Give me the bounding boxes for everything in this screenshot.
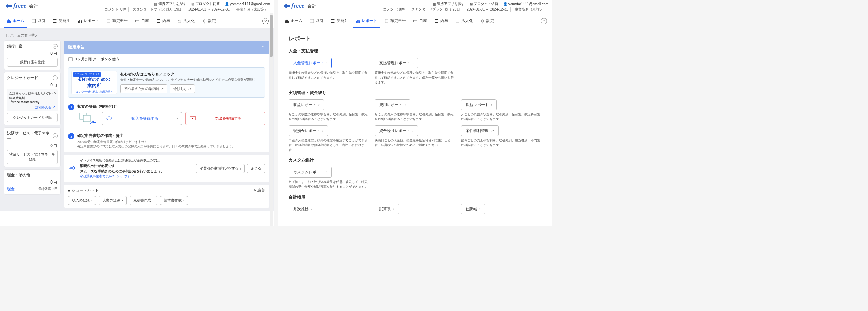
hand-icon	[68, 164, 77, 173]
nav-kakutei[interactable]: 確定申告	[381, 16, 409, 28]
project-profit-button[interactable]: 案件粗利管理↗	[461, 125, 499, 136]
svg-rect-5	[136, 20, 139, 22]
svg-point-9	[203, 20, 205, 22]
nav-torihiki[interactable]: 取引	[28, 16, 48, 28]
guide-image: ここから はじめよう！ 初心者のための 案内所 はじめの一歩に役立つ情報満載！	[71, 71, 117, 94]
product-switch[interactable]: ⊞ プロダクト切替	[191, 1, 220, 6]
calendar-icon	[77, 111, 98, 126]
bank-title: 銀行口座	[7, 44, 22, 49]
svg-rect-22	[456, 20, 459, 23]
revenue-report-button[interactable]: 収益レポート›	[289, 99, 324, 110]
brand-logo[interactable]: freee会計	[283, 2, 316, 9]
user-menu[interactable]: 👤 yamatar1111@gmail.com	[225, 1, 270, 6]
cc-widget: クレジットカード+ 0円 ✕ 会計をもっと効率化したい方へ 年会費無料 『fre…	[4, 72, 60, 125]
cash-widget: 現金・その他 0円 現金 登録残高 0 円	[4, 170, 60, 194]
brand-logo[interactable]: freee会計	[5, 2, 38, 9]
register-expense-button[interactable]: 支出を登録する›	[185, 112, 265, 125]
section-performance: 実績管理・資金繰り	[289, 90, 541, 96]
shortcut-edit-button[interactable]: ✎ 編集	[253, 188, 265, 193]
svg-rect-6	[178, 20, 181, 23]
sc-expense[interactable]: 支出の登録 ›	[99, 196, 126, 205]
cost-report-button[interactable]: 費用レポート›	[375, 99, 410, 110]
register-income-button[interactable]: 収入を登録する›	[102, 112, 182, 125]
nav-koza[interactable]: 口座	[410, 16, 430, 28]
help-icon[interactable]: ?	[541, 18, 547, 24]
cash-title: 現金・その他	[7, 172, 30, 178]
outgoing-report-button[interactable]: 支払管理レポート›	[375, 58, 418, 68]
add-bank-icon[interactable]: +	[53, 44, 58, 49]
product-switch[interactable]: ⊞ プロダクト切替	[470, 1, 498, 6]
custom-report-button[interactable]: カスタムレポート›	[289, 167, 332, 178]
invoice-panel: インボイス制度に登録または課税売上が条件以上の方は、 消費税申告が必要です。 ス…	[64, 155, 269, 182]
close-promo-icon[interactable]: ✕	[53, 91, 56, 95]
cash-report-button[interactable]: 現預金レポート›	[289, 125, 328, 136]
monthly-trend-button[interactable]: 月次推移›	[289, 204, 316, 214]
register-bank-button[interactable]: 銀行口座を登録	[7, 58, 58, 67]
nav-kyuyo[interactable]: 給与	[153, 16, 173, 28]
tax-presetting-button[interactable]: 消費税の事前設定をする ›	[196, 164, 245, 173]
invoice-close-button[interactable]: 閉じる	[247, 164, 265, 173]
section-ledger: 会計帳簿	[289, 194, 541, 200]
sc-invoice[interactable]: 請求書作成 ›	[160, 196, 188, 205]
apps-link[interactable]: ▦ 連携アプリを探す	[154, 1, 186, 6]
svg-rect-21	[414, 20, 417, 22]
svg-rect-2	[79, 20, 80, 23]
shortcut-title: ■ ショートカット	[68, 188, 99, 193]
cashflow-report-button[interactable]: 資金繰りレポート›	[375, 125, 418, 136]
money-icon	[189, 116, 196, 121]
trial-balance-button[interactable]: 試算表›	[375, 204, 399, 214]
cc-promo: ✕ 会計をもっと効率化したい方へ 年会費無料 『freee Mastercard…	[7, 89, 58, 111]
nav-settings[interactable]: 設定	[477, 16, 497, 28]
nav-report[interactable]: レポート	[74, 16, 102, 28]
apps-link[interactable]: ▦ 連携アプリを探す	[433, 1, 465, 6]
svg-rect-3	[81, 20, 82, 23]
nav-houjin[interactable]: 法人化	[452, 16, 476, 28]
register-cc-button[interactable]: クレジットカードを登録	[7, 113, 58, 122]
nav-home[interactable]: ホーム	[4, 16, 27, 28]
sc-income[interactable]: 収入の登録 ›	[68, 196, 96, 205]
incoming-report-button[interactable]: 入金管理レポート›	[289, 58, 332, 68]
rearrange-link[interactable]: ↑↓ ホームの並べ替え	[4, 32, 269, 41]
svg-rect-17	[356, 21, 357, 23]
nav-houjin[interactable]: 法人化	[174, 16, 198, 28]
pl-report-button[interactable]: 損益レポート›	[461, 99, 497, 110]
nav-report[interactable]: レポート	[353, 16, 380, 28]
add-ps-icon[interactable]: +	[53, 133, 58, 138]
promo-detail-link[interactable]: 詳細を見る ↗	[9, 105, 55, 110]
scrollbar[interactable]	[270, 13, 273, 226]
user-menu[interactable]: 👤 yamatar1111@gmail.com	[503, 1, 548, 6]
svg-rect-0	[32, 19, 36, 23]
svg-rect-12	[83, 115, 90, 122]
beginner-guide: ここから はじめよう！ 初心者のための 案内所 はじめの一歩に役立つ情報満載！ …	[68, 67, 265, 98]
nav-koza[interactable]: 口座	[132, 16, 152, 28]
svg-rect-18	[357, 20, 359, 23]
help-icon[interactable]: ?	[262, 18, 269, 24]
guide-dismiss-button[interactable]: 今はしない	[170, 84, 195, 93]
nav-settings[interactable]: 設定	[199, 16, 219, 28]
journal-button[interactable]: 仕訳帳›	[461, 204, 485, 214]
svg-point-23	[481, 20, 483, 22]
nav-kyuyo[interactable]: 給与	[431, 16, 451, 28]
shortcut-panel: ■ ショートカット ✎ 編集 収入の登録 › 支出の登録 › 見積書作成 › 請…	[64, 185, 269, 208]
guide-open-button[interactable]: 初心者のための案内所 ↗	[120, 84, 167, 93]
kakutei-header[interactable]: 確定申告 ⌃	[64, 41, 269, 54]
sc-estimate[interactable]: 見積書作成 ›	[130, 196, 157, 205]
coupon-row[interactable]: 1ヶ月割引クーポンを使う	[64, 54, 269, 65]
invoice-help-link[interactable]: 私は課税事業者ですか？（ヘルプ） ↗	[80, 174, 135, 178]
cash-link[interactable]: 現金	[7, 186, 15, 192]
svg-point-13	[107, 117, 112, 120]
register-ps-button[interactable]: 決済サービス・電子マネーを登録	[7, 150, 58, 164]
section-custom: カスタム集計	[289, 157, 541, 163]
nav-juhacchu[interactable]: 受発注	[50, 16, 73, 28]
step-1: 1 収支の登録（帳簿付け） 収入を登録する›	[64, 100, 269, 130]
nav-kakutei[interactable]: 確定申告	[103, 16, 131, 28]
nav-home[interactable]: ホーム	[282, 16, 305, 28]
nav-juhacchu[interactable]: 受発注	[328, 16, 351, 28]
kakutei-panel: 確定申告 ⌃ 1ヶ月割引クーポンを使う ここから はじめよう！ 初心者のための …	[64, 41, 269, 152]
step-2: 2 確定申告書類の作成・提出 2024年分の確定申告書類の作成はまだできません。…	[64, 130, 269, 152]
svg-rect-16	[310, 19, 314, 23]
main-nav: ホーム 取引 受発注 レポート 確定申告 口座 給与 法人化 設定 ?	[0, 13, 274, 28]
svg-rect-19	[359, 20, 360, 23]
add-cc-icon[interactable]: +	[53, 75, 58, 80]
nav-torihiki[interactable]: 取引	[307, 16, 326, 28]
